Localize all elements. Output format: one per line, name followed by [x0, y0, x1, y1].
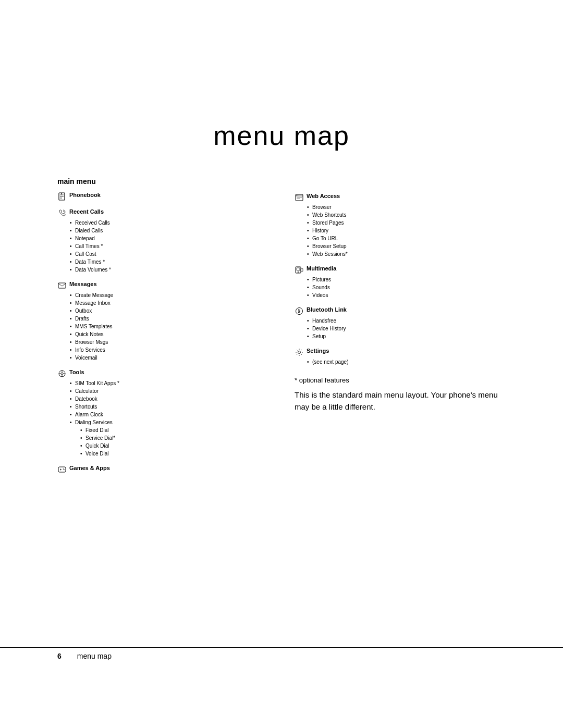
svg-point-19: [296, 195, 297, 195]
right-column: Web Access Browser Web Shortcuts Stored …: [284, 177, 506, 482]
list-item: Go To URL: [307, 235, 506, 242]
list-item: Calculator: [70, 387, 268, 395]
list-item: (see next page): [307, 358, 506, 366]
list-item: Browser Setup: [307, 242, 506, 250]
messages-icon: [57, 281, 67, 290]
list-item: Voicemail: [70, 354, 268, 362]
list-item: Handsfree: [307, 317, 506, 325]
list-item: Alarm Clock: [70, 411, 268, 418]
recent-calls-title: Recent Calls: [69, 208, 104, 215]
list-item: Setup: [307, 332, 506, 340]
list-item: Voice Dial: [80, 450, 268, 458]
list-item: History: [307, 227, 506, 235]
svg-point-27: [296, 308, 303, 315]
list-item: Sounds: [307, 283, 506, 291]
footer: 6 menu map: [0, 647, 563, 660]
list-item: Quick Notes: [70, 330, 268, 338]
settings-title: Settings: [307, 348, 329, 354]
phonebook-icon: [57, 192, 67, 201]
svg-rect-26: [301, 268, 303, 272]
messages-items: Create Message Message Inbox Outbox Draf…: [70, 291, 268, 362]
multimedia-title: Multimedia: [307, 265, 336, 272]
list-item: Info Services: [70, 346, 268, 354]
games-apps-section: Games & Apps: [57, 465, 268, 474]
list-item: Outbox: [70, 307, 268, 315]
svg-point-4: [61, 193, 62, 194]
list-item: Call Cost: [70, 250, 268, 258]
left-column: main menu Phonebook: [57, 177, 284, 482]
list-item: Dialing Services Fixed Dial Service Dial…: [70, 418, 268, 458]
list-item: Stored Pages: [307, 219, 506, 227]
messages-title: Messages: [69, 281, 97, 287]
multimedia-items: Pictures Sounds Videos: [307, 276, 506, 299]
footer-page-number: 6: [57, 652, 62, 660]
list-item: Browser: [307, 203, 506, 211]
svg-point-7: [61, 373, 63, 375]
list-item: Data Volumes *: [70, 266, 268, 274]
list-item: Device History: [307, 325, 506, 332]
list-item: SIM Tool Kit Apps *: [70, 379, 268, 387]
list-item: Drafts: [70, 315, 268, 323]
svg-rect-24: [297, 268, 300, 270]
web-access-items: Browser Web Shortcuts Stored Pages Histo…: [307, 203, 506, 258]
web-access-icon: [295, 193, 304, 202]
list-item: Received Calls: [70, 219, 268, 227]
optional-title: * optional features: [295, 376, 506, 384]
svg-point-28: [298, 351, 301, 354]
settings-icon: [295, 348, 304, 357]
tools-icon: [57, 369, 67, 378]
svg-point-15: [63, 468, 64, 470]
list-item: Create Message: [70, 291, 268, 299]
games-icon: [57, 465, 67, 474]
content-area: main menu Phonebook: [57, 177, 506, 482]
page-title: menu map: [213, 120, 350, 151]
recent-calls-section: Recent Calls Received Calls Dialed Calls…: [57, 208, 268, 274]
multimedia-icon: [295, 265, 304, 275]
settings-section: Settings (see next page): [295, 348, 506, 366]
tools-section: Tools SIM Tool Kit Apps * Calculator Dat…: [57, 369, 268, 458]
main-menu-label: main menu: [57, 177, 268, 186]
list-item: MMS Templates: [70, 323, 268, 330]
svg-point-20: [298, 195, 298, 195]
phonebook-title: Phonebook: [69, 192, 101, 198]
footer-text: menu map: [77, 652, 112, 660]
list-item: Dialed Calls: [70, 227, 268, 235]
bluetooth-section: Bluetooth Link Handsfree Device History …: [295, 306, 506, 340]
messages-section: Messages Create Message Message Inbox Ou…: [57, 281, 268, 362]
settings-items: (see next page): [307, 358, 506, 366]
list-item: Datebook: [70, 395, 268, 403]
list-item: Fixed Dial: [80, 426, 268, 434]
list-item: Browser Msgs: [70, 338, 268, 346]
tools-title: Tools: [69, 369, 84, 375]
list-item: Call Times *: [70, 242, 268, 250]
title-section: menu map: [213, 120, 350, 151]
bluetooth-icon: [295, 306, 304, 316]
recent-calls-items: Received Calls Dialed Calls Notepad Call…: [70, 219, 268, 274]
bluetooth-title: Bluetooth Link: [307, 306, 347, 313]
dialing-services-subitems: Fixed Dial Service Dial* Quick Dial Voic…: [80, 426, 268, 458]
list-item: Videos: [307, 291, 506, 299]
svg-point-16: [64, 470, 65, 471]
web-access-section: Web Access Browser Web Shortcuts Stored …: [295, 193, 506, 258]
list-item: Message Inbox: [70, 299, 268, 307]
list-item: Pictures: [307, 276, 506, 283]
list-item: Data Times *: [70, 258, 268, 266]
svg-rect-12: [58, 467, 66, 472]
svg-rect-5: [58, 283, 66, 288]
list-item: Web Sessions*: [307, 250, 506, 258]
multimedia-section: Multimedia Pictures Sounds Videos: [295, 265, 506, 299]
optional-description: This is the standard main menu layout. Y…: [295, 389, 506, 413]
page: menu map main menu P: [0, 0, 563, 728]
recent-calls-icon: [57, 208, 67, 218]
phonebook-section: Phonebook: [57, 192, 268, 201]
list-item: Web Shortcuts: [307, 211, 506, 219]
bluetooth-items: Handsfree Device History Setup: [307, 317, 506, 340]
web-access-title: Web Access: [307, 193, 340, 199]
list-item: Service Dial*: [80, 434, 268, 442]
optional-section: * optional features This is the standard…: [295, 376, 506, 413]
games-apps-title: Games & Apps: [69, 465, 110, 471]
list-item: Quick Dial: [80, 442, 268, 450]
svg-point-25: [298, 272, 299, 273]
list-item: Notepad: [70, 235, 268, 242]
tools-items: SIM Tool Kit Apps * Calculator Datebook …: [70, 379, 268, 458]
